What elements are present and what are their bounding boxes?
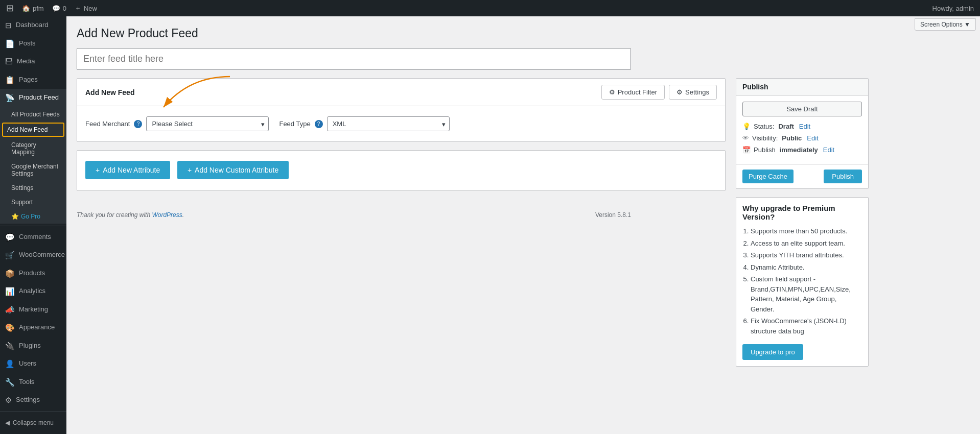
sidebar-item-comments[interactable]: 💬 Comments: [0, 228, 66, 247]
sidebar-item-analytics-label: Analytics: [19, 287, 45, 296]
premium-list-item: Supports YITH brand attributes.: [751, 250, 862, 260]
sidebar-item-posts-label: Posts: [19, 39, 36, 48]
sidebar-item-tools[interactable]: 🔧 Tools: [0, 373, 66, 392]
add-new-attribute-button[interactable]: + Add New Attribute: [85, 161, 170, 179]
admin-bar: ⊞ 🏠 pfm 💬 0 ＋ New Howdy, admin: [0, 0, 980, 16]
calendar-icon: 📅: [742, 146, 751, 154]
product-feed-settings-label: Settings: [11, 184, 33, 191]
plugins-icon: 🔌: [5, 341, 15, 351]
sidebar-item-users-label: Users: [19, 359, 36, 368]
visibility-label: Visibility:: [752, 134, 778, 142]
premium-list-item: Fix WooCommerce's (JSON-LD) structure da…: [751, 316, 862, 336]
sidebar-item-users[interactable]: 👤 Users: [0, 355, 66, 373]
content-with-sidebar: Add New Feed ⚙ Product Filter ⚙ Settings: [77, 78, 869, 375]
edit-status-link[interactable]: Edit: [799, 123, 810, 130]
sidebar-item-woocommerce[interactable]: 🛒 WooCommerce: [0, 246, 66, 264]
sidebar-item-media[interactable]: 🎞 Media: [0, 53, 66, 71]
sub-settings[interactable]: Settings: [0, 181, 66, 195]
page-title: Add New Product Feed: [77, 27, 970, 40]
sidebar-item-dashboard[interactable]: ⊟ Dashboard: [0, 16, 66, 35]
screen-options-button[interactable]: Screen Options ▼: [915, 18, 976, 31]
settings-button[interactable]: ⚙ Settings: [669, 85, 717, 100]
posts-icon: 📄: [5, 39, 15, 49]
sidebar-item-products[interactable]: 📦 Products: [0, 264, 66, 283]
howdy-text: Howdy, admin: [932, 5, 974, 12]
comments-icon: 💬: [5, 232, 15, 243]
add-new-attribute-label: Add New Attribute: [103, 166, 160, 174]
home-icon: 🏠: [22, 5, 30, 12]
status-meta: 💡 Status: Draft Edit: [742, 123, 862, 130]
collapse-icon: ◀: [5, 419, 10, 426]
sidebar-item-plugins[interactable]: 🔌 Plugins: [0, 337, 66, 355]
upgrade-to-pro-button[interactable]: Upgrade to pro: [742, 344, 803, 360]
dashboard-icon: ⊟: [5, 20, 12, 31]
media-icon: 🎞: [5, 57, 13, 67]
divider-2: [0, 412, 66, 412]
comments-count: 0: [63, 5, 66, 12]
edit-publish-link[interactable]: Edit: [823, 146, 834, 154]
site-name-item[interactable]: 🏠 pfm: [22, 5, 44, 12]
sub-support[interactable]: Support: [0, 195, 66, 209]
sub-google-merchant[interactable]: Google Merchant Settings: [0, 159, 66, 181]
sidebar-item-woocommerce-label: WooCommerce: [19, 251, 65, 259]
comment-icon: 💬: [52, 5, 60, 12]
add-new-custom-attribute-button[interactable]: + Add New Custom Attribute: [177, 161, 289, 179]
sidebar-item-settings[interactable]: ⚙ Settings: [0, 391, 66, 409]
feed-type-help-icon[interactable]: ?: [315, 120, 323, 128]
feed-title-input[interactable]: [77, 48, 631, 70]
feed-type-label: Feed Type: [279, 120, 310, 128]
sidebar-item-tools-label: Tools: [19, 378, 34, 387]
feed-merchant-select[interactable]: Please Select: [146, 116, 269, 131]
premium-list: Supports more than 50 products.Access to…: [742, 226, 862, 336]
premium-list-item: Dynamic Attribute.: [751, 262, 862, 273]
premium-list-item: Supports more than 50 products.: [751, 226, 862, 236]
go-pro-label: Go Pro: [21, 213, 40, 220]
collapse-menu-button[interactable]: ◀ Collapse menu: [0, 414, 66, 431]
feed-merchant-help-icon[interactable]: ?: [134, 120, 142, 128]
sidebar-item-pages[interactable]: 📋 Pages: [0, 71, 66, 89]
sub-all-product-feeds[interactable]: All Product Feeds: [0, 107, 66, 122]
feed-panel-title: Add New Feed: [85, 88, 134, 97]
purge-cache-button[interactable]: Purge Cache: [742, 170, 794, 183]
feed-panel-body: Feed Merchant ? Please Select Feed Type: [77, 106, 725, 141]
page-footer: Thank you for creating with WordPress. V…: [77, 206, 631, 224]
wordpress-link[interactable]: WordPress: [152, 211, 182, 219]
sidebar-item-media-label: Media: [17, 57, 35, 66]
sidebar-item-analytics[interactable]: 📊 Analytics: [0, 282, 66, 301]
content-main: Add New Feed ⚙ Product Filter ⚙ Settings: [77, 78, 726, 375]
sub-go-pro[interactable]: ⭐ Go Pro: [0, 209, 66, 224]
wp-logo-item[interactable]: ⊞: [6, 3, 14, 14]
edit-visibility-link[interactable]: Edit: [807, 134, 818, 142]
feed-merchant-label: Feed Merchant: [85, 120, 130, 128]
product-feed-icon: 📡: [5, 93, 15, 103]
sidebar-item-appearance[interactable]: 🎨 Appearance: [0, 319, 66, 337]
product-filter-button[interactable]: ⚙ Product Filter: [601, 85, 665, 100]
plus-custom-icon: +: [188, 166, 192, 174]
feed-panel-actions: ⚙ Product Filter ⚙ Settings: [601, 85, 717, 100]
site-name-label: pfm: [33, 5, 44, 12]
comments-item[interactable]: 💬 0: [52, 5, 66, 12]
filter-icon: ⚙: [609, 88, 615, 96]
premium-panel-body: Why upgrade to Premium Version? Supports…: [736, 198, 868, 366]
feed-type-select[interactable]: XML CSV TSV: [327, 116, 450, 131]
collapse-menu-label: Collapse menu: [13, 419, 54, 426]
users-icon: 👤: [5, 359, 15, 369]
sub-add-new-feed[interactable]: Add New Feed: [2, 123, 64, 137]
publish-button[interactable]: Publish: [824, 170, 862, 183]
publish-panel-header: Publish: [736, 79, 868, 95]
premium-list-item: Custom field support - Brand,GTIN,MPN,UP…: [751, 274, 862, 314]
new-item[interactable]: ＋ New: [75, 4, 97, 13]
product-filter-label: Product Filter: [618, 88, 657, 96]
attributes-area: + Add New Attribute + Add New Custom Att…: [77, 150, 726, 191]
sidebar-item-pages-label: Pages: [19, 76, 38, 84]
sidebar-item-posts[interactable]: 📄 Posts: [0, 35, 66, 53]
publish-panel: Publish Save Draft 💡 Status: Draft Edit …: [736, 78, 869, 189]
sub-category-mapping[interactable]: Category Mapping: [0, 138, 66, 159]
save-draft-button[interactable]: Save Draft: [742, 102, 862, 116]
visibility-value: Public: [782, 134, 802, 142]
right-sidebar: Publish Save Draft 💡 Status: Draft Edit …: [736, 78, 869, 375]
sidebar-item-marketing[interactable]: 📣 Marketing: [0, 301, 66, 319]
footer-text: Thank you for creating with WordPress.: [77, 211, 184, 219]
feed-merchant-field: Feed Merchant ? Please Select: [85, 116, 269, 131]
sidebar-item-product-feed[interactable]: 📡 Product Feed: [0, 89, 66, 107]
